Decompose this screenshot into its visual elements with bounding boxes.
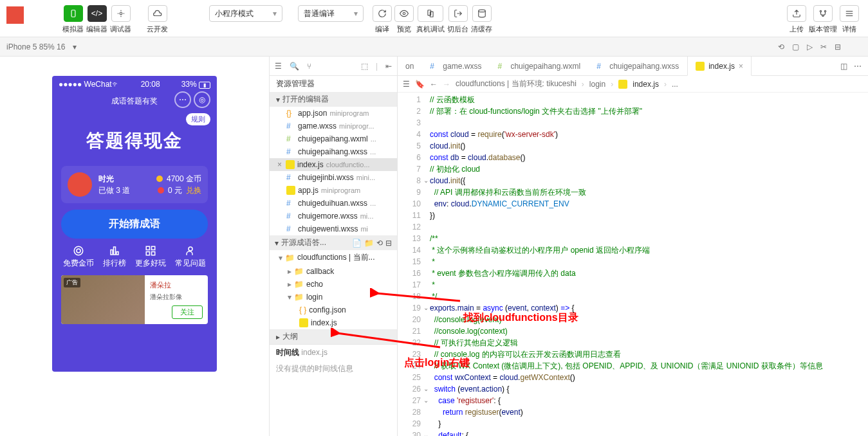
preview-button[interactable] bbox=[394, 5, 414, 22]
detail-label: 详情 bbox=[842, 24, 856, 34]
refresh-icon[interactable]: ⟲ bbox=[376, 239, 383, 248]
new-file-icon[interactable]: 📄 bbox=[352, 239, 362, 248]
nav-faq[interactable]: 常见问题 bbox=[175, 245, 206, 269]
compile-dropdown[interactable]: 普通编译▾ bbox=[298, 5, 364, 22]
svg-rect-17 bbox=[146, 246, 149, 250]
menu-dots-icon[interactable]: ⋯ bbox=[174, 91, 191, 108]
tree-cloudfunctions | 当前...[interactable]: ▾ 📁 cloudfunctions | 当前... bbox=[270, 250, 397, 265]
ad-card[interactable]: 广告 潘朵拉 潘朵拉影像 关注 bbox=[61, 275, 208, 324]
switchbg-label: 切后台 bbox=[447, 24, 468, 34]
exchange-link[interactable]: 兑换 bbox=[186, 185, 201, 196]
open-file-chuigeduihuan.wxss[interactable]: # chuigeduihuan.wxss ... bbox=[270, 197, 397, 210]
recompile-button[interactable] bbox=[373, 5, 392, 22]
svg-point-6 bbox=[820, 10, 821, 12]
mode-dropdown[interactable]: 小程序模式▾ bbox=[209, 5, 282, 22]
user-avatar[interactable] bbox=[6, 6, 24, 24]
debug-icon[interactable]: ⬚ bbox=[361, 62, 368, 71]
nav-back-icon[interactable]: ← bbox=[430, 80, 438, 89]
svg-point-13 bbox=[77, 249, 80, 253]
ad-tag: 广告 bbox=[64, 278, 80, 287]
svg-rect-15 bbox=[114, 247, 116, 255]
tree-callback[interactable]: ▸ 📁 callback bbox=[270, 265, 397, 278]
nav-free-coin[interactable]: 免费金币 bbox=[63, 245, 94, 269]
project-header[interactable]: ▾开源成语答...📄📁⟲⊟ bbox=[270, 235, 397, 250]
open-file-index.js[interactable]: × index.js cloudfunctio... bbox=[270, 158, 397, 171]
editor-tabs: on# game.wxss# chuigepaihang.wxml# chuig… bbox=[398, 57, 868, 76]
detail-button[interactable] bbox=[840, 5, 859, 22]
tree-echo[interactable]: ▸ 📁 echo bbox=[270, 278, 397, 291]
screenshot-icon[interactable]: ▢ bbox=[792, 42, 799, 51]
mode-value: 小程序模式 bbox=[215, 8, 254, 19]
tab-index.js[interactable]: index.js × bbox=[687, 57, 752, 76]
tab-game.wxss[interactable]: # game.wxss bbox=[422, 57, 490, 75]
remote-debug-button[interactable] bbox=[418, 5, 443, 22]
crumb-file[interactable]: index.js bbox=[633, 80, 659, 89]
simulator-label: 模拟器 bbox=[62, 24, 84, 34]
open-file-chuigejinbi.wxss[interactable]: # chuigejinbi.wxss mini... bbox=[270, 171, 397, 184]
nav-more[interactable]: 更多好玩 bbox=[135, 245, 166, 269]
list-icon[interactable]: ☰ bbox=[403, 80, 410, 89]
nav-fwd-icon[interactable]: → bbox=[443, 80, 450, 89]
timeline-section: 时间线 index.js 没有提供的时间线信息 bbox=[270, 344, 397, 382]
chevron-down-icon: ▾ bbox=[276, 95, 280, 104]
tab-chuigepaihang.wxml[interactable]: # chuigepaihang.wxml bbox=[490, 57, 589, 75]
remote-label: 真机调试 bbox=[416, 24, 445, 34]
tree-login[interactable]: ▾ 📁 login bbox=[270, 291, 397, 304]
more-icon[interactable]: ⋯ bbox=[854, 62, 862, 71]
upload-button[interactable] bbox=[787, 5, 806, 22]
tree-config.json[interactable]: { } config.json bbox=[270, 304, 397, 316]
collapse-all-icon[interactable]: ⊟ bbox=[385, 239, 392, 248]
open-editors-section[interactable]: ▾打开的编辑器 bbox=[270, 92, 397, 107]
cut-icon[interactable]: ✂ bbox=[820, 42, 827, 51]
open-file-chuigepaihang.wxss[interactable]: # chuigepaihang.wxss ... bbox=[270, 145, 397, 158]
phone-preview: ●●●●● WeChatᯤ 20:08 33% ▮ 成语答题有奖 ⋯◎ 规则 答… bbox=[52, 76, 217, 372]
outline-section[interactable]: ▸大纲 bbox=[270, 329, 397, 344]
ad-text: 潘朵拉影像 bbox=[150, 293, 203, 302]
version-button[interactable] bbox=[813, 5, 833, 22]
rotate-icon[interactable]: ⟲ bbox=[778, 42, 784, 51]
breadcrumb: ☰ 🔖 ← → cloudfunctions | 当前环境: tikuceshi… bbox=[398, 76, 868, 93]
collapse-icon[interactable]: ⇤ bbox=[385, 62, 392, 71]
compile-value: 普通编译 bbox=[304, 8, 335, 19]
open-file-app.json[interactable]: {} app.json miniprogram bbox=[270, 107, 397, 120]
crumb-login[interactable]: login bbox=[589, 80, 605, 89]
tab-chuigepaihang.wxss[interactable]: # chuigepaihang.wxss bbox=[589, 57, 687, 75]
open-file-app.js[interactable]: app.js miniprogram bbox=[270, 184, 397, 197]
simulator-button[interactable] bbox=[64, 5, 83, 22]
device-selector[interactable]: iPhone 5 85% 16 bbox=[6, 42, 65, 51]
open-file-chuigemore.wxss[interactable]: # chuigemore.wxss mi... bbox=[270, 210, 397, 223]
mute-icon[interactable]: ▷ bbox=[807, 42, 813, 51]
nav-rank[interactable]: 排行榜 bbox=[103, 245, 126, 269]
tab-on[interactable]: on bbox=[398, 57, 422, 75]
clear-cache-button[interactable] bbox=[472, 5, 492, 22]
tree-index.js[interactable]: index.js bbox=[270, 316, 397, 329]
start-button[interactable]: 开始猜成语 bbox=[61, 210, 208, 239]
new-folder-icon[interactable]: 📁 bbox=[364, 239, 374, 248]
split-icon[interactable]: ◫ bbox=[840, 62, 847, 71]
editor-button[interactable]: </> bbox=[88, 5, 107, 22]
open-file-game.wxss[interactable]: # game.wxss miniprogr... bbox=[270, 120, 397, 132]
ad-follow-button[interactable]: 关注 bbox=[172, 305, 203, 319]
simulator-panel: ●●●●● WeChatᯤ 20:08 33% ▮ 成语答题有奖 ⋯◎ 规则 答… bbox=[0, 57, 269, 436]
crumb-cloudfunctions[interactable]: cloudfunctions | 当前环境: tikuceshi bbox=[456, 78, 577, 89]
search-icon[interactable]: 🔍 bbox=[290, 62, 299, 71]
explorer-panel: ☰ 🔍 ⑂ ⬚ | ⇤ 资源管理器 ▾打开的编辑器 {} app.json mi… bbox=[269, 57, 398, 436]
open-file-chuigewenti.wxss[interactable]: # chuigewenti.wxss mi bbox=[270, 223, 397, 235]
debugger-button[interactable] bbox=[111, 5, 131, 22]
branch-icon[interactable]: ⑂ bbox=[307, 62, 311, 71]
list-icon[interactable]: ☰ bbox=[275, 62, 282, 71]
open-file-chuigepaihang.wxml[interactable]: # chuigepaihang.wxml ... bbox=[270, 132, 397, 145]
svg-point-1 bbox=[120, 12, 122, 15]
explorer-title: 资源管理器 bbox=[270, 76, 397, 92]
device-bar: iPhone 5 85% 16▾ ⟲ ▢ ▷ ✂ ⊟ bbox=[0, 37, 868, 57]
version-label: 版本管理 bbox=[809, 24, 837, 34]
cloud-label: 云开发 bbox=[147, 24, 168, 34]
code-area[interactable]: 12345678⌄910111213141516171819⌄202122232… bbox=[398, 93, 868, 436]
dock-icon[interactable]: ⊟ bbox=[835, 42, 841, 51]
switch-bg-button[interactable] bbox=[448, 5, 468, 22]
rule-button[interactable]: 规则 bbox=[186, 113, 210, 125]
target-icon[interactable]: ◎ bbox=[194, 91, 210, 108]
crumb-more[interactable]: ... bbox=[672, 80, 678, 89]
bookmark-icon[interactable]: 🔖 bbox=[415, 80, 425, 89]
cloud-button[interactable] bbox=[148, 5, 167, 22]
